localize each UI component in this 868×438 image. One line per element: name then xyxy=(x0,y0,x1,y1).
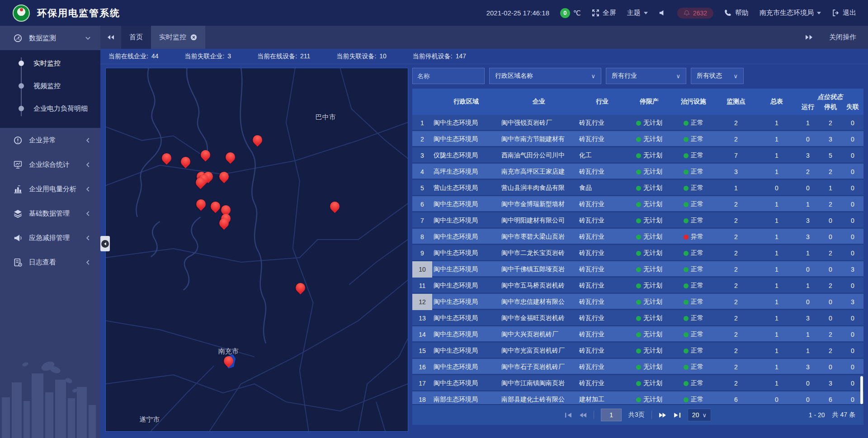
sidebar-item-视频监控[interactable]: 视频监控 xyxy=(0,75,100,97)
map-pin-icon[interactable] xyxy=(222,354,236,367)
chevron-down-icon xyxy=(85,36,90,41)
cell-company: 阆中市五马桥页岩机砖 xyxy=(500,278,578,294)
fullscreen-button[interactable]: 全屏 xyxy=(592,9,616,17)
org-dropdown[interactable]: 南充市生态环境局 xyxy=(760,9,821,17)
cell-stopped: 2 xyxy=(819,278,842,294)
chevron-left-icon xyxy=(85,260,90,265)
table-row[interactable]: 11阆中生态环境局阆中市五马桥页岩机砖砖瓦行业无计划正常21120 xyxy=(412,278,863,294)
table-row[interactable]: 2阆中生态环境局阆中市南方节能建材有砖瓦行业无计划正常21030 xyxy=(412,131,863,147)
cell-disconnected: 0 xyxy=(842,278,863,294)
chevron-down-icon: ∨ xyxy=(591,73,595,80)
close-icon[interactable] xyxy=(190,34,197,41)
sidebar-group-企业综合统计[interactable]: 企业综合统计 xyxy=(0,152,100,177)
status-dot xyxy=(684,186,689,191)
alarm-counter-pill[interactable]: 2632 xyxy=(677,8,713,19)
sidebar-group-应急减排管理[interactable]: 应急减排管理 xyxy=(0,226,100,250)
map-pin-icon[interactable] xyxy=(217,170,231,183)
table-row[interactable]: 13阆中生态环境局阆中市金福旺页岩机砖砖瓦行业无计划正常21300 xyxy=(412,310,863,326)
first-page-button[interactable] xyxy=(565,412,572,418)
map-pin-icon[interactable] xyxy=(293,281,307,295)
chevron-left-icon xyxy=(85,138,90,143)
mute-button[interactable] xyxy=(659,9,666,17)
table-scrollbar-thumb[interactable] xyxy=(860,376,863,404)
table-row[interactable]: 1阆中生态环境局阆中强锐页岩砖厂砖瓦行业无计划正常21120 xyxy=(412,115,863,131)
table-row[interactable]: 18南部生态环境局南部县建化土砖有限公建材加工无计划正常60060 xyxy=(412,391,863,404)
map-pin-icon[interactable] xyxy=(199,148,212,162)
sidebar-group-企业用电量分析[interactable]: 企业用电量分析 xyxy=(0,177,100,201)
map-pin-icon[interactable] xyxy=(328,199,342,213)
cell-disconnected: 3 xyxy=(842,261,863,278)
row-index: 7 xyxy=(412,212,432,229)
logout-button[interactable]: 退出 xyxy=(832,9,856,17)
sidebar-group-数据监测[interactable]: 数据监测 xyxy=(0,26,100,50)
tab-首页[interactable]: 首页 xyxy=(121,26,151,49)
cell-total-meters: 1 xyxy=(757,131,797,147)
sidebar-group-label: 企业用电量分析 xyxy=(29,185,76,193)
map-pin-icon[interactable] xyxy=(224,151,237,164)
cell-region: 阆中生态环境局 xyxy=(432,245,500,261)
map-pin-icon[interactable] xyxy=(209,199,222,213)
status-dot xyxy=(636,316,641,321)
cell-monitor-points: 2 xyxy=(715,131,757,147)
map-pin-icon[interactable] xyxy=(250,133,264,147)
status-select[interactable]: 所有状态 ∨ xyxy=(691,68,744,84)
cell-pollution-facility: 正常 xyxy=(672,375,715,391)
page-number-input[interactable]: 1 xyxy=(601,409,622,421)
map-pin-icon[interactable] xyxy=(194,197,208,211)
cell-total-meters: 0 xyxy=(757,391,797,404)
cell-monitor-points: 2 xyxy=(715,310,757,326)
cell-running: 0 xyxy=(797,261,819,278)
sidebar-item-企业电力负荷明细[interactable]: 企业电力负荷明细 xyxy=(0,97,100,120)
table-row[interactable]: 10阆中生态环境局阆中千佛镇五郎垭页岩砖瓦行业无计划正常21003 xyxy=(412,261,863,278)
table-row[interactable]: 7阆中生态环境局阆中明阳建材有限公司砖瓦行业无计划正常21300 xyxy=(412,212,863,229)
table-row[interactable]: 8阆中生态环境局阆中市枣碧大梁山页岩砖瓦行业无计划异常21300 xyxy=(412,229,863,245)
help-button[interactable]: 帮助 xyxy=(724,9,749,17)
next-page-button[interactable] xyxy=(659,412,666,418)
table-row[interactable]: 14阆中生态环境局阆中大兴页岩机砖厂砖瓦行业无计划正常21120 xyxy=(412,326,863,343)
table-row[interactable]: 4高坪生态环境局南充市高坪区王家店建砖瓦行业无计划正常31220 xyxy=(412,164,863,180)
cell-stopped: 1 xyxy=(819,180,842,196)
sidebar-group-日志查看[interactable]: 日志查看 xyxy=(0,250,100,274)
table-row[interactable]: 15阆中生态环境局阆中市光富页岩机砖厂砖瓦行业无计划正常21120 xyxy=(412,343,863,359)
table-row[interactable]: 5营山生态环境局营山县润丰肉食品有限食品无计划正常10010 xyxy=(412,180,863,196)
table-row[interactable]: 17阆中生态环境局阆中市江南镇阆南页岩砖瓦行业无计划正常21030 xyxy=(412,375,863,391)
cell-industry: 砖瓦行业 xyxy=(578,245,627,261)
region-select[interactable]: 行政区域名称 ∨ xyxy=(489,68,601,84)
cell-disconnected: 0 xyxy=(842,212,863,229)
industry-select[interactable]: 所有行业 ∨ xyxy=(606,68,686,84)
page-size-select[interactable]: 20 ∨ xyxy=(688,409,711,421)
map-pin-icon[interactable] xyxy=(179,155,193,168)
row-index: 16 xyxy=(412,359,432,375)
cell-region: 阆中生态环境局 xyxy=(432,115,500,131)
table-row[interactable]: 6阆中生态环境局阆中市金博瑞新型墙材砖瓦行业无计划正常21120 xyxy=(412,196,863,212)
caret-down-icon xyxy=(644,12,648,14)
sidebar-group-企业异常[interactable]: 企业异常 xyxy=(0,128,100,152)
table-row[interactable]: 16阆中生态环境局阆中市石子页岩机砖厂砖瓦行业无计划正常21300 xyxy=(412,359,863,375)
tab-实时监控[interactable]: 实时监控 xyxy=(151,26,205,49)
sidebar-group-基础数据管理[interactable]: 基础数据管理 xyxy=(0,201,100,226)
tabs-scroll-left-button[interactable] xyxy=(100,26,121,49)
sidebar-item-实时监控[interactable]: 实时监控 xyxy=(0,52,100,75)
status-dot xyxy=(684,121,689,126)
theme-dropdown[interactable]: 主题 xyxy=(627,9,648,17)
cell-total-meters: 1 xyxy=(757,196,797,212)
table-row[interactable]: 12阆中生态环境局阆中市忠信建材有限公砖瓦行业无计划正常21003 xyxy=(412,294,863,310)
name-search-input[interactable] xyxy=(412,68,485,84)
table-row[interactable]: 9阆中生态环境局阆中市二龙长宝页岩砖砖瓦行业无计划正常21120 xyxy=(412,245,863,261)
map-panel[interactable]: 巴中市南充市遂宁市 xyxy=(105,68,408,432)
map-pin-icon[interactable] xyxy=(160,151,174,165)
status-dot xyxy=(636,218,641,223)
stat-label: 当前停机设备: xyxy=(413,52,453,61)
status-dot xyxy=(636,235,641,240)
status-dot xyxy=(684,316,689,321)
table-row[interactable]: 3仪陇生态环境局西南油气田分公司川中化工无计划正常71350 xyxy=(412,147,863,164)
status-dot xyxy=(684,202,689,207)
close-operations-button[interactable]: 关闭操作 xyxy=(829,33,856,42)
prev-page-button[interactable] xyxy=(579,412,587,418)
last-page-button[interactable] xyxy=(673,412,681,418)
cell-stopped: 0 xyxy=(819,261,842,278)
row-index: 18 xyxy=(412,391,432,404)
map-collapse-handle[interactable] xyxy=(100,236,110,251)
tabs-scroll-right-button[interactable] xyxy=(805,33,813,41)
cell-running: 3 xyxy=(797,310,819,326)
